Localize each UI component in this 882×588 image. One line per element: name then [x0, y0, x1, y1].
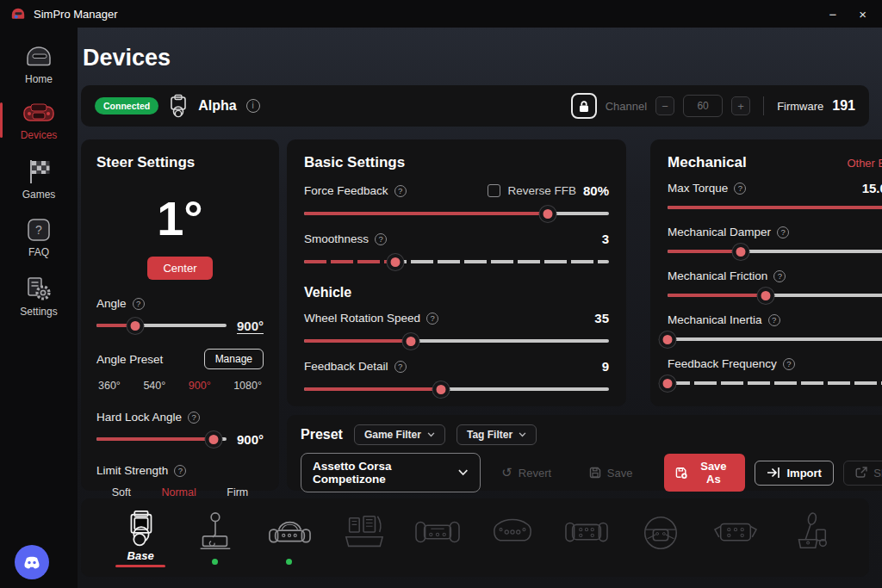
- carousel-item-formula-wheel-1[interactable]: [412, 511, 463, 565]
- carousel-item-formula-wheel-3[interactable]: [561, 511, 612, 565]
- mechanical-inertia-slider[interactable]: [668, 331, 882, 347]
- angle-preset-900[interactable]: 900°: [189, 380, 211, 392]
- mech-damper-slider-thumb[interactable]: [733, 244, 749, 260]
- main-content: Devices Connected Alpha i Channel: [78, 28, 882, 588]
- force-feedback-slider-thumb[interactable]: [540, 206, 556, 222]
- game-filter-dropdown[interactable]: Game Filter: [354, 424, 445, 445]
- channel-decrement-button[interactable]: −: [655, 96, 674, 115]
- lock-button[interactable]: [571, 93, 597, 119]
- mechanical-damper-slider[interactable]: [668, 244, 882, 259]
- other-effects-link[interactable]: Other Effects: [847, 157, 882, 170]
- chevron-down-icon: [519, 432, 526, 437]
- feedback-frequency-help-icon[interactable]: ?: [783, 358, 795, 370]
- carousel-item-pedals[interactable]: [338, 511, 389, 565]
- carousel-item-base[interactable]: Base: [115, 508, 166, 567]
- max-torque-help-icon[interactable]: ?: [734, 183, 746, 195]
- firmware-value: 191: [832, 98, 855, 114]
- settings-gear-icon: [25, 275, 53, 302]
- channel-input[interactable]: [683, 95, 723, 117]
- limit-strength-label-row: Limit Strength ?: [96, 464, 264, 477]
- wheel-rotation-speed-label: Wheel Rotation Speed: [304, 312, 420, 325]
- sidebar-item-games[interactable]: Games: [0, 150, 78, 209]
- save-button[interactable]: Save: [589, 467, 633, 480]
- angle-slider-thumb[interactable]: [127, 318, 144, 334]
- limit-strength-firm[interactable]: Firm: [227, 486, 248, 498]
- base-device-icon: [115, 508, 166, 551]
- feedback-detail-help-icon[interactable]: ?: [394, 361, 407, 373]
- mechanical-panel: Mechanical Other Effects Max Torque ? 15…: [650, 139, 882, 406]
- smoothness-slider[interactable]: [304, 254, 609, 269]
- angle-slider[interactable]: [96, 318, 227, 333]
- mech-inertia-slider-thumb[interactable]: [660, 331, 676, 348]
- mech-inertia-help-icon[interactable]: ?: [768, 314, 780, 326]
- limit-strength-normal[interactable]: Normal: [161, 486, 196, 498]
- mech-damper-help-icon[interactable]: ?: [777, 226, 789, 238]
- force-feedback-label-row: Force Feedback ?: [304, 184, 407, 197]
- sidebar-item-faq[interactable]: ? FAQ: [0, 209, 78, 267]
- angle-preset-1080[interactable]: 1080°: [233, 380, 262, 392]
- angle-label-row: Angle ?: [96, 297, 264, 310]
- sidebar-item-home[interactable]: Home: [0, 36, 78, 94]
- feedback-detail-slider-thumb[interactable]: [433, 381, 450, 398]
- save-as-button[interactable]: Save As: [664, 454, 746, 492]
- revert-button[interactable]: ↺ Revert: [501, 465, 551, 480]
- max-torque-slider[interactable]: [668, 200, 882, 215]
- center-button[interactable]: Center: [147, 257, 212, 280]
- angle-preset-540[interactable]: 540°: [143, 380, 165, 392]
- force-feedback-slider[interactable]: [304, 206, 609, 221]
- carousel-item-round-wheel[interactable]: [635, 511, 686, 565]
- mech-friction-slider-thumb[interactable]: [757, 288, 773, 304]
- carousel-item-formula-wheel-4[interactable]: [710, 511, 761, 565]
- sidebar-item-devices[interactable]: Devices: [0, 94, 78, 150]
- save-label: Save: [607, 467, 633, 480]
- carousel-item-shifter[interactable]: [189, 511, 240, 565]
- carousel-item-handbrake[interactable]: [784, 511, 835, 565]
- smoothness-help-icon[interactable]: ?: [375, 233, 387, 245]
- angle-value[interactable]: 900°: [237, 319, 264, 333]
- import-button[interactable]: Import: [755, 461, 833, 486]
- share-button[interactable]: Share: [843, 461, 882, 486]
- feedback-frequency-slider-thumb[interactable]: [660, 375, 676, 392]
- sidebar-item-settings[interactable]: Settings: [0, 267, 78, 326]
- channel-increment-button[interactable]: +: [731, 96, 750, 115]
- carousel-item-steering-hub[interactable]: [264, 511, 315, 565]
- device-info-icon[interactable]: i: [246, 99, 260, 113]
- minimize-button[interactable]: −: [829, 8, 836, 21]
- helmet-icon: [24, 44, 53, 70]
- force-feedback-value: 80%: [583, 183, 609, 198]
- tag-filter-dropdown[interactable]: Tag Filter: [457, 424, 537, 445]
- carousel-item-formula-wheel-2[interactable]: [487, 511, 538, 565]
- wheel-rotation-slider-thumb[interactable]: [402, 333, 419, 350]
- save-as-icon: [675, 467, 687, 480]
- discord-button[interactable]: [15, 545, 49, 579]
- svg-text:?: ?: [35, 223, 42, 237]
- mechanical-friction-slider[interactable]: [668, 288, 882, 303]
- force-feedback-help-icon[interactable]: ?: [394, 185, 407, 197]
- wheel-rotation-speed-value: 35: [594, 311, 609, 325]
- tag-filter-label: Tag Filter: [467, 429, 512, 441]
- reverse-ffb-checkbox[interactable]: [488, 184, 500, 197]
- hard-lock-slider[interactable]: [96, 431, 227, 447]
- mech-friction-help-icon[interactable]: ?: [773, 270, 786, 282]
- share-icon: [855, 467, 867, 479]
- angle-preset-360[interactable]: 360°: [98, 380, 121, 392]
- wheel-rotation-help-icon[interactable]: ?: [426, 313, 438, 325]
- limit-strength-help-icon[interactable]: ?: [174, 465, 186, 477]
- formula-wheel-icon: [487, 511, 538, 554]
- app-title: SimPro Manager: [34, 8, 118, 21]
- app-logo-icon: [10, 6, 26, 22]
- smoothness-slider-thumb[interactable]: [388, 254, 404, 270]
- feedback-frequency-slider[interactable]: [668, 375, 882, 391]
- angle-help-icon[interactable]: ?: [133, 298, 145, 310]
- hard-lock-help-icon[interactable]: ?: [188, 412, 200, 424]
- limit-strength-soft[interactable]: Soft: [112, 486, 131, 498]
- preset-select[interactable]: Assetto Corsa Competizone: [301, 453, 481, 492]
- hard-lock-slider-thumb[interactable]: [205, 431, 221, 448]
- connected-dot: [212, 559, 218, 565]
- sidebar-item-label: Games: [22, 189, 56, 201]
- shifter-icon: [189, 511, 240, 554]
- manage-button[interactable]: Manage: [204, 349, 264, 369]
- close-button[interactable]: ×: [859, 8, 866, 21]
- feedback-detail-slider[interactable]: [304, 381, 609, 397]
- wheel-rotation-speed-slider[interactable]: [304, 333, 609, 349]
